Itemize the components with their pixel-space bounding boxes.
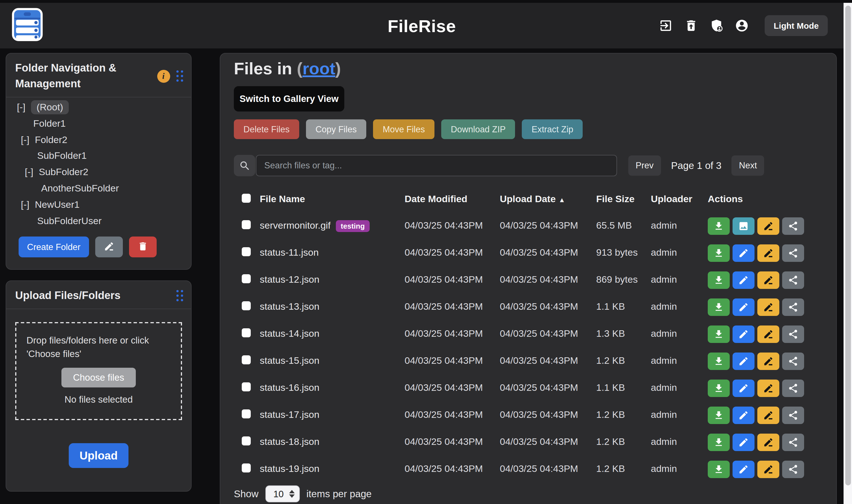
file-name-cell[interactable]: status-11.json (260, 247, 404, 258)
extract-zip-button[interactable]: Extract Zip (522, 120, 583, 139)
row-checkbox[interactable] (242, 328, 251, 337)
light-mode-toggle-button[interactable]: Light Mode (765, 15, 828, 36)
edit-file-button[interactable] (732, 433, 754, 451)
preview-image-button[interactable] (732, 217, 754, 235)
row-checkbox[interactable] (242, 463, 251, 472)
share-file-button[interactable] (782, 298, 804, 316)
choose-files-button[interactable]: Choose files (61, 368, 136, 388)
column-header-uploader[interactable]: Uploader (651, 194, 708, 205)
edit-file-button[interactable] (732, 406, 754, 424)
share-file-button[interactable] (782, 217, 804, 235)
row-checkbox[interactable] (242, 274, 251, 283)
rename-file-button[interactable] (757, 325, 779, 343)
row-checkbox[interactable] (242, 382, 251, 391)
file-dropzone[interactable]: Drop files/folders here or click 'Choose… (15, 322, 182, 420)
download-file-button[interactable] (708, 406, 730, 424)
logout-icon[interactable] (659, 19, 673, 33)
share-file-button[interactable] (782, 325, 804, 343)
tree-collapse-toggle[interactable]: [-] (25, 167, 33, 177)
file-name-cell[interactable]: status-19.json (260, 464, 404, 475)
download-file-button[interactable] (708, 244, 730, 262)
row-checkbox[interactable] (242, 220, 251, 229)
column-header-file-name[interactable]: File Name (260, 194, 404, 205)
row-checkbox[interactable] (242, 355, 251, 364)
edit-file-button[interactable] (732, 244, 754, 262)
drag-handle-icon[interactable] (176, 290, 183, 302)
switch-gallery-view-button[interactable]: Switch to Gallery View (234, 86, 344, 111)
share-file-button[interactable] (782, 460, 804, 478)
edit-file-button[interactable] (732, 325, 754, 343)
rename-file-button[interactable] (757, 271, 779, 289)
download-file-button[interactable] (708, 298, 730, 316)
folder-tree-item[interactable]: SubFolder1 (6, 148, 191, 165)
column-header-file-size[interactable]: File Size (596, 194, 651, 205)
delete-files-button[interactable]: Delete Files (234, 120, 299, 139)
admin-shield-icon[interactable] (710, 19, 724, 33)
trash-restore-icon[interactable] (684, 19, 698, 33)
folder-tree-item[interactable]: [-] NewUser1 (6, 197, 191, 213)
folder-tree-item[interactable]: [-] SubFolder2 (6, 164, 191, 181)
rename-file-button[interactable] (757, 379, 779, 397)
column-header-date-modified[interactable]: Date Modified (404, 194, 500, 205)
scrollbar-track[interactable] (844, 3, 852, 504)
file-name-cell[interactable]: status-13.json (260, 301, 404, 312)
tree-collapse-toggle[interactable]: [-] (21, 199, 29, 210)
folder-tree-item[interactable]: [-] Folder2 (6, 132, 191, 148)
upload-button[interactable]: Upload (69, 443, 128, 468)
share-file-button[interactable] (782, 406, 804, 424)
root-folder-link[interactable]: root (302, 59, 335, 78)
rename-file-button[interactable] (757, 433, 779, 451)
share-file-button[interactable] (782, 244, 804, 262)
tree-collapse-toggle[interactable]: [-] (17, 102, 25, 113)
delete-folder-button[interactable] (129, 236, 157, 257)
file-name-cell[interactable]: status-16.json (260, 382, 404, 394)
rename-folder-button[interactable] (95, 236, 123, 257)
next-page-button[interactable]: Next (732, 156, 764, 176)
items-per-page-select[interactable]: 10 (265, 485, 300, 502)
folder-tree-item[interactable]: [-] (Root) (6, 100, 191, 116)
row-checkbox[interactable] (242, 247, 251, 256)
edit-file-button[interactable] (732, 379, 754, 397)
edit-file-button[interactable] (732, 352, 754, 370)
folder-tree-item[interactable]: AnotherSubFolder (6, 181, 191, 197)
download-file-button[interactable] (708, 460, 730, 478)
file-name-cell[interactable]: status-15.json (260, 355, 404, 366)
column-header-upload-date[interactable]: Upload Date▲ (500, 194, 596, 205)
file-name-cell[interactable]: status-18.json (260, 436, 404, 448)
tree-collapse-toggle[interactable]: [-] (21, 134, 29, 145)
file-name-cell[interactable]: status-17.json (260, 409, 404, 421)
folder-tree-item[interactable]: Folder1 (6, 116, 191, 132)
file-name-cell[interactable]: status-12.json (260, 274, 404, 286)
download-file-button[interactable] (708, 379, 730, 397)
rename-file-button[interactable] (757, 406, 779, 424)
download-file-button[interactable] (708, 352, 730, 370)
select-all-checkbox[interactable] (242, 194, 251, 202)
drag-handle-icon[interactable] (176, 70, 183, 82)
row-checkbox[interactable] (242, 409, 251, 418)
scrollbar-thumb[interactable] (845, 6, 851, 485)
download-file-button[interactable] (708, 271, 730, 289)
share-file-button[interactable] (782, 433, 804, 451)
rename-file-button[interactable] (757, 352, 779, 370)
share-file-button[interactable] (782, 379, 804, 397)
download-file-button[interactable] (708, 325, 730, 343)
edit-file-button[interactable] (732, 460, 754, 478)
info-icon[interactable]: i (157, 70, 170, 83)
move-files-button[interactable]: Move Files (373, 120, 434, 139)
download-file-button[interactable] (708, 433, 730, 451)
share-file-button[interactable] (782, 352, 804, 370)
download-zip-button[interactable]: Download ZIP (441, 120, 515, 139)
rename-file-button[interactable] (757, 460, 779, 478)
download-file-button[interactable] (708, 217, 730, 235)
edit-file-button[interactable] (732, 298, 754, 316)
edit-file-button[interactable] (732, 271, 754, 289)
rename-file-button[interactable] (757, 298, 779, 316)
copy-files-button[interactable]: Copy Files (306, 120, 366, 139)
create-folder-button[interactable]: Create Folder (19, 236, 89, 257)
file-name-cell[interactable]: servermonitor.gif testing (260, 220, 404, 232)
prev-page-button[interactable]: Prev (628, 156, 661, 176)
folder-tree-item[interactable]: SubFolderUser (6, 213, 191, 230)
search-input[interactable] (256, 155, 617, 176)
share-file-button[interactable] (782, 271, 804, 289)
file-name-cell[interactable]: status-14.json (260, 328, 404, 340)
